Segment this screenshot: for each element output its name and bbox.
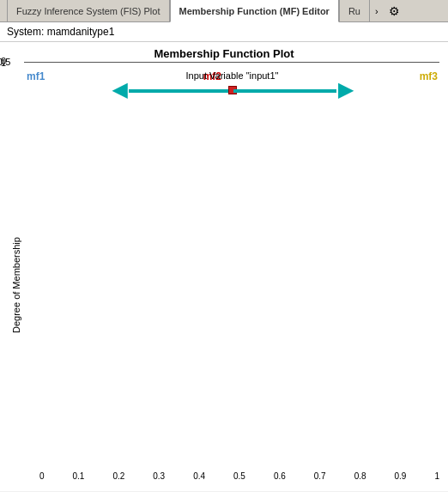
tab-bar: Fuzzy Inference System (FIS) Plot Member… xyxy=(0,0,448,22)
x-axis-label: Input Variable "input1" xyxy=(186,70,279,81)
y-tick-0: 0 xyxy=(1,56,6,66)
tab-fis-plot[interactable]: Fuzzy Inference System (FIS) Plot xyxy=(7,0,170,21)
tab-mf-editor[interactable]: Membership Function (MF) Editor xyxy=(170,0,339,22)
x-axis-ticks: 0 0.1 0.2 0.3 0.4 0.5 0.6 0.7 0.8 0.9 1 xyxy=(39,470,439,483)
mf2-arrow: ◀ ▶ xyxy=(112,81,353,100)
y-axis-label: Degree of Membership xyxy=(9,62,24,483)
mf1-label: mf1 xyxy=(27,70,45,82)
tab-settings-button[interactable]: ⚙ xyxy=(384,0,405,21)
main-content: Membership Function Plot Degree of Membe… xyxy=(0,42,448,491)
system-label: System: mamdanitype1 xyxy=(0,22,448,42)
tab-more-button[interactable]: › xyxy=(370,0,384,21)
mf3-label: mf3 xyxy=(420,70,438,82)
plot-title: Membership Function Plot xyxy=(0,42,448,62)
chart-area: 1 0.5 0 mf1 mf2 mf3 ◀ ▶ Input xyxy=(24,62,439,63)
tab-rule[interactable]: Ru xyxy=(339,0,370,21)
chart-container: Degree of Membership xyxy=(0,62,448,491)
